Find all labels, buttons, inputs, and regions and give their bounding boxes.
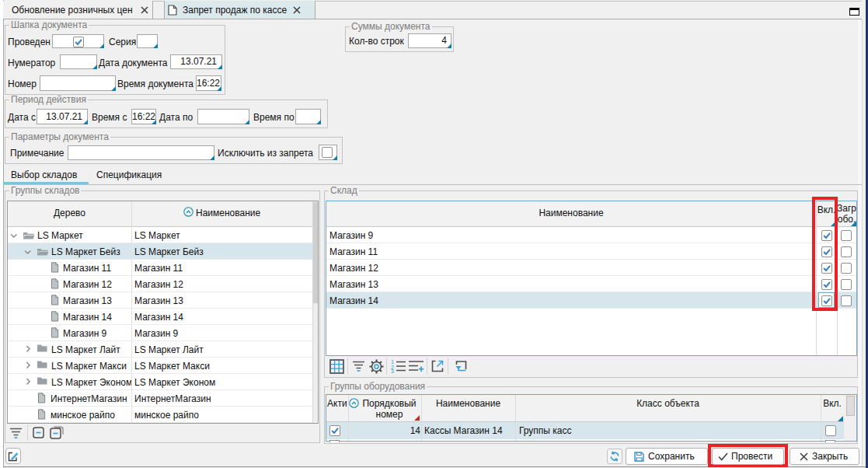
svg-text:3: 3 <box>391 368 394 373</box>
